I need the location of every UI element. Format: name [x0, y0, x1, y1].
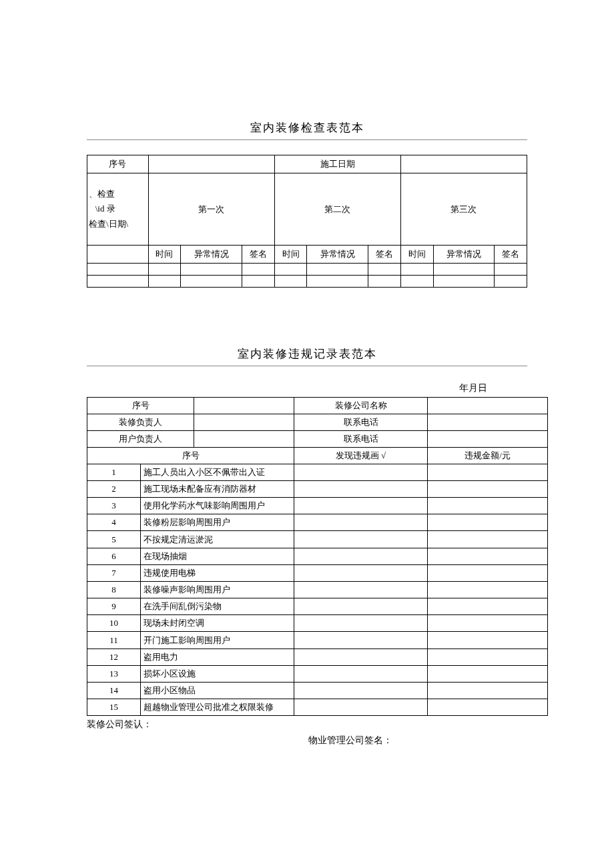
t2-cell — [428, 548, 548, 565]
t1-cell — [87, 264, 149, 276]
t2-d: 在现场抽烟 — [141, 548, 294, 565]
t2-n: 9 — [87, 598, 141, 615]
t1-check-label: 、检查 \id 录 检查\日期\ — [87, 173, 149, 246]
t1-cell — [368, 276, 400, 288]
t2-cell — [294, 582, 428, 598]
t2-cell — [428, 632, 548, 649]
t2-user-owner-hdr: 用户负责人 — [87, 431, 194, 448]
t2-d: 施工现场未配备应有消防器材 — [141, 481, 294, 498]
t2-cell — [428, 598, 548, 615]
t1-seq-header: 序号 — [87, 155, 149, 173]
t2-cell — [428, 582, 548, 598]
t1-second: 第二次 — [274, 173, 400, 246]
t2-cell — [428, 666, 548, 683]
t1-cell — [368, 264, 400, 276]
t1-sub-abn-3: 异常情况 — [433, 246, 495, 264]
t2-n: 3 — [87, 498, 141, 514]
t2-cell — [428, 615, 548, 632]
t1-cell — [274, 264, 307, 276]
t2-cell — [428, 683, 548, 699]
t1-empty-1 — [148, 155, 274, 173]
t2-cell — [294, 464, 428, 481]
t2-penalty-hdr: 违规金额/元 — [428, 448, 548, 464]
t2-d: 盗用小区物品 — [141, 683, 294, 699]
t2-n: 1 — [87, 464, 141, 481]
t2-cell — [428, 699, 548, 716]
t2-d: 开门施工影响周围用户 — [141, 632, 294, 649]
t2-cell — [428, 464, 548, 481]
t2-cell — [294, 481, 428, 498]
t2-reno-owner-hdr: 装修负责人 — [87, 414, 194, 431]
t1-sub-sign-2: 签名 — [368, 246, 400, 264]
t2-n: 14 — [87, 683, 141, 699]
t2-d: 违规使用电梯 — [141, 565, 294, 582]
t2-user-owner-val — [194, 431, 294, 448]
t1-first: 第一次 — [148, 173, 274, 246]
t1-sub-time-3: 时间 — [400, 246, 433, 264]
t2-n: 12 — [87, 649, 141, 666]
t2-d: 装修粉层影响周围用户 — [141, 514, 294, 531]
t1-cell — [495, 264, 527, 276]
t1-cell — [433, 264, 495, 276]
section2-title: 室内装修违规记录表范本 — [87, 346, 527, 366]
t2-n: 11 — [87, 632, 141, 649]
t2-cell — [294, 548, 428, 565]
t1-cell — [87, 276, 149, 288]
t2-cell — [428, 498, 548, 514]
t2-n: 2 — [87, 481, 141, 498]
t1-cell — [495, 276, 527, 288]
t2-cell — [428, 481, 548, 498]
t1-cell — [400, 276, 433, 288]
date-label: 年月日 — [87, 381, 527, 396]
t2-d: 使用化学药水气味影响周围用户 — [141, 498, 294, 514]
t1-sub-abn-2: 异常情况 — [307, 246, 368, 264]
t2-n: 5 — [87, 531, 141, 548]
t2-phone2-hdr: 联系电话 — [294, 431, 428, 448]
t2-cell — [294, 666, 428, 683]
violation-table: 序号 装修公司名称 装修负责人 联系电话 用户负责人 联系电话 序号 发现违规画… — [87, 397, 548, 716]
t2-seq-val — [194, 398, 294, 414]
t2-cell — [294, 565, 428, 582]
t1-cell — [400, 264, 433, 276]
t2-n: 10 — [87, 615, 141, 632]
t2-d: 装修噪声影响周围用户 — [141, 582, 294, 598]
t2-cell — [428, 531, 548, 548]
t2-cell — [294, 531, 428, 548]
t1-date-header: 施工日期 — [274, 155, 400, 173]
t1-r3-left — [87, 246, 149, 264]
t2-cell — [294, 699, 428, 716]
t2-n: 13 — [87, 666, 141, 683]
reno-signature-label: 装修公司签认： — [87, 719, 527, 731]
t2-cell — [428, 514, 548, 531]
t2-n: 6 — [87, 548, 141, 565]
t1-cell — [181, 276, 242, 288]
t2-d: 在洗手间乱倒污染物 — [141, 598, 294, 615]
t2-n: 15 — [87, 699, 141, 716]
t2-company-val — [428, 398, 548, 414]
t2-d: 现场未封闭空调 — [141, 615, 294, 632]
t1-cell — [307, 264, 368, 276]
t2-n: 4 — [87, 514, 141, 531]
t2-cell — [428, 649, 548, 666]
t1-cell — [181, 264, 242, 276]
t1-cell — [242, 276, 274, 288]
t2-cell — [294, 598, 428, 615]
t2-d: 盗用电力 — [141, 649, 294, 666]
t2-cell — [294, 498, 428, 514]
t1-cell — [433, 276, 495, 288]
t2-company-hdr: 装修公司名称 — [294, 398, 428, 414]
t2-n: 8 — [87, 582, 141, 598]
section1-title: 室内装修检查表范本 — [87, 120, 527, 140]
t2-seq2-hdr: 序号 — [87, 448, 294, 464]
inspection-table: 序号 施工日期 、检查 \id 录 检查\日期\ 第一次 第二次 第三次 时间 … — [87, 155, 527, 288]
t1-empty-2 — [400, 155, 527, 173]
t2-cell — [294, 632, 428, 649]
t2-seq-hdr: 序号 — [87, 398, 194, 414]
t2-d: 损坏小区设施 — [141, 666, 294, 683]
t1-cell — [148, 264, 181, 276]
t2-found-hdr: 发现违规画 √ — [294, 448, 428, 464]
t1-sub-sign-3: 签名 — [495, 246, 527, 264]
t2-d: 不按规定清运淤泥 — [141, 531, 294, 548]
t2-phone-hdr: 联系电话 — [294, 414, 428, 431]
t1-sub-time-1: 时间 — [148, 246, 181, 264]
